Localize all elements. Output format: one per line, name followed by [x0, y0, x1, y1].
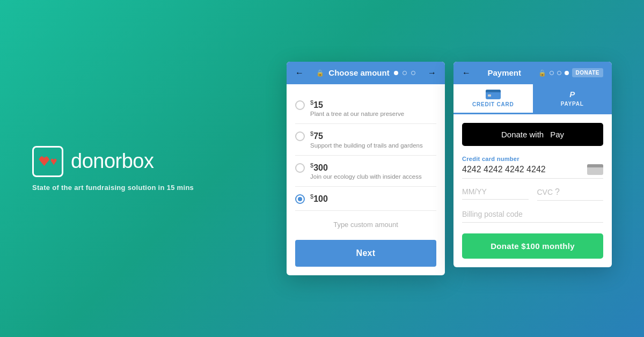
tab-paypal[interactable]: P PAYPAL: [533, 84, 612, 114]
forward-arrow-icon[interactable]: →: [428, 68, 436, 78]
postal-code-row: Billing postal code: [462, 209, 603, 223]
radio-100[interactable]: [295, 194, 305, 204]
custom-amount-section[interactable]: Type custom amount: [295, 211, 436, 233]
payment-dot-3: [565, 71, 569, 75]
panels-container: ← 🔒 Choose amount → $15 Plant a tree at …: [287, 62, 612, 275]
choose-amount-header: ← 🔒 Choose amount →: [287, 62, 445, 84]
choose-amount-body: $15 Plant a tree at our nature preserve …: [287, 84, 445, 275]
heart-icon: ♥: [50, 156, 57, 167]
next-button[interactable]: Next: [295, 240, 436, 267]
radio-15[interactable]: [295, 100, 305, 110]
postal-placeholder[interactable]: Billing postal code: [462, 210, 523, 218]
amount-option-100[interactable]: $100: [295, 187, 436, 211]
payment-tabs: CREDIT CARD P PAYPAL: [453, 84, 612, 114]
credit-card-group: Credit card number 4242 4242 4242 4242: [462, 156, 603, 179]
donate-text: Donate with: [501, 130, 544, 139]
lock-icon: 🔒: [316, 69, 324, 77]
payment-body: Donate with Pay Credit card number 4242 …: [453, 114, 612, 267]
credit-card-label: Credit card number: [462, 156, 603, 162]
payment-header-right: 🔒 DONATE: [538, 68, 603, 77]
amount-option-300[interactable]: $300 Join our ecology club with insider …: [295, 156, 436, 187]
amount-info-100: $100: [310, 193, 328, 204]
amount-option-15[interactable]: $15 Plant a tree at our nature preserve: [295, 93, 436, 124]
branding-section: ♥ donorbox State of the art fundraising …: [32, 146, 194, 192]
step-dot-2: [402, 71, 407, 75]
cvc-help-icon[interactable]: ?: [555, 187, 560, 197]
expiry-cvc-row: MM/YY CVC ?: [462, 187, 603, 201]
amount-info-75: $75 Support the building of trails and g…: [310, 130, 423, 148]
cvc-field: CVC ?: [537, 187, 604, 201]
payment-dot-1: [550, 71, 554, 75]
donate-badge: DONATE: [572, 68, 603, 77]
card-icon: [587, 164, 603, 175]
logo-text: donorbox: [71, 150, 153, 173]
amount-option-75[interactable]: $75 Support the building of trails and g…: [295, 124, 436, 155]
pay-text: Pay: [550, 130, 564, 139]
back-arrow-icon[interactable]: ←: [295, 68, 304, 78]
payment-header: ← Payment 🔒 DONATE: [453, 62, 612, 84]
choose-amount-panel: ← 🔒 Choose amount → $15 Plant a tree at …: [287, 62, 445, 275]
header-nav: 🔒 Choose amount: [316, 68, 415, 77]
amount-desc-75: Support the building of trails and garde…: [310, 142, 423, 149]
choose-amount-title: Choose amount: [328, 68, 389, 77]
cvc-placeholder: CVC ?: [537, 187, 604, 201]
amount-info-15: $15 Plant a tree at our nature preserve: [310, 99, 404, 117]
step-dot-3: [411, 71, 415, 75]
tab-paypal-label: PAYPAL: [561, 101, 584, 107]
radio-300[interactable]: [295, 163, 305, 173]
logo-row: ♥ donorbox: [32, 146, 153, 177]
amount-value-100: $100: [310, 193, 328, 204]
credit-card-value[interactable]: 4242 4242 4242 4242: [462, 165, 587, 174]
step-dot-1: [394, 71, 398, 75]
amount-value-75: $75: [310, 130, 423, 141]
amount-desc-300: Join our ecology club with insider acces…: [310, 173, 422, 180]
expiry-placeholder[interactable]: MM/YY: [462, 187, 529, 200]
logo-box: ♥: [32, 146, 63, 177]
amount-info-300: $300 Join our ecology club with insider …: [310, 162, 422, 180]
paypal-tab-icon: P: [569, 90, 575, 99]
payment-panel: ← Payment 🔒 DONATE CREDIT CARD: [453, 62, 612, 267]
tab-credit-card-label: CREDIT CARD: [472, 101, 514, 107]
donate-button[interactable]: Donate $100 monthly: [462, 233, 603, 259]
payment-lock-icon: 🔒: [538, 69, 546, 77]
tagline: State of the art fundraising solution in…: [32, 184, 194, 192]
amount-value-15: $15: [310, 99, 404, 110]
expiry-field: MM/YY: [462, 187, 529, 201]
amount-value-300: $300: [310, 162, 422, 173]
custom-amount-label: Type custom amount: [333, 221, 398, 229]
radio-75[interactable]: [295, 131, 305, 141]
amount-desc-15: Plant a tree at our nature preserve: [310, 111, 404, 117]
tab-credit-card[interactable]: CREDIT CARD: [453, 84, 533, 114]
payment-title: Payment: [487, 68, 521, 77]
payment-back-arrow-icon[interactable]: ←: [462, 68, 471, 78]
credit-card-row: 4242 4242 4242 4242: [462, 164, 603, 179]
credit-card-tab-icon: [486, 90, 501, 99]
apple-pay-button[interactable]: Donate with Pay: [462, 123, 603, 146]
payment-dot-2: [557, 71, 561, 75]
